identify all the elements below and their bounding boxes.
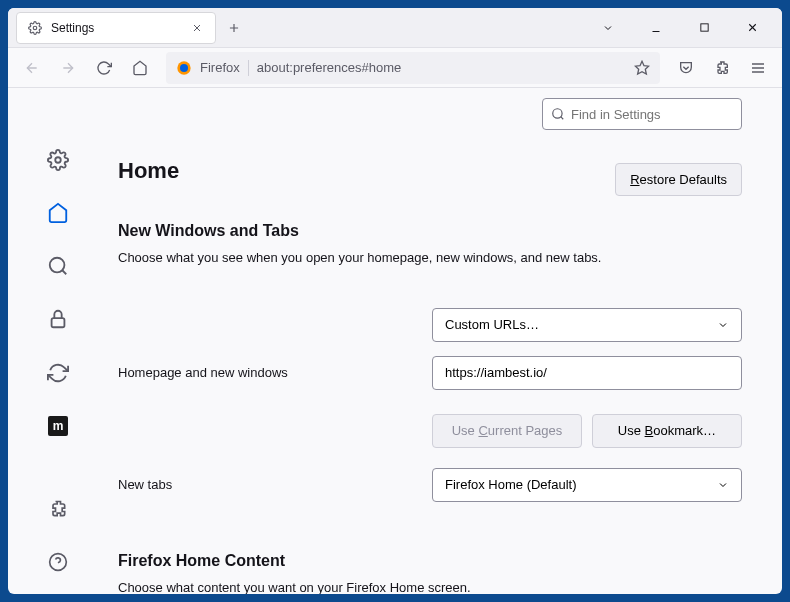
sidebar-item-home[interactable] bbox=[42, 201, 74, 224]
use-current-pages-button: Use Current Pages bbox=[432, 414, 582, 448]
svg-point-18 bbox=[50, 258, 65, 273]
svg-point-12 bbox=[180, 64, 188, 72]
mdn-icon: m bbox=[48, 416, 68, 436]
new-tab-button[interactable] bbox=[220, 14, 248, 42]
sidebar-item-extensions[interactable] bbox=[42, 498, 74, 521]
toolbar: Firefox about:preferences#home bbox=[8, 48, 782, 88]
use-bookmark-button[interactable]: Use Bookmark… bbox=[592, 414, 742, 448]
section-new-windows-desc: Choose what you see when you open your h… bbox=[118, 248, 742, 268]
forward-button[interactable] bbox=[52, 52, 84, 84]
section-firefox-home-title: Firefox Home Content bbox=[118, 552, 742, 570]
svg-point-23 bbox=[553, 109, 562, 118]
section-new-windows-title: New Windows and Tabs bbox=[118, 222, 742, 240]
maximize-button[interactable] bbox=[690, 14, 718, 42]
search-input[interactable] bbox=[571, 107, 739, 122]
homepage-mode-dropdown[interactable]: Custom URLs… bbox=[432, 308, 742, 342]
main-content: Home Restore Defaults New Windows and Ta… bbox=[108, 88, 782, 594]
firefox-icon bbox=[176, 60, 192, 76]
newtabs-label: New tabs bbox=[118, 477, 432, 492]
separator bbox=[248, 60, 249, 76]
close-icon[interactable] bbox=[189, 20, 205, 36]
window-controls bbox=[582, 14, 778, 42]
svg-line-24 bbox=[561, 117, 564, 120]
url-bar[interactable]: Firefox about:preferences#home bbox=[166, 52, 660, 84]
browser-tab[interactable]: Settings bbox=[16, 12, 216, 44]
close-window-button[interactable] bbox=[738, 14, 766, 42]
sidebar-item-help[interactable] bbox=[42, 551, 74, 574]
svg-rect-6 bbox=[700, 24, 707, 31]
extensions-button[interactable] bbox=[706, 52, 738, 84]
homepage-url-input[interactable] bbox=[432, 356, 742, 390]
section-firefox-home-desc: Choose what content you want on your Fir… bbox=[118, 578, 742, 595]
sidebar-item-search[interactable] bbox=[42, 255, 74, 278]
homepage-label: Homepage and new windows bbox=[118, 365, 432, 380]
sidebar-item-privacy[interactable] bbox=[42, 308, 74, 331]
urlbar-identity: Firefox bbox=[200, 60, 240, 75]
menu-button[interactable] bbox=[742, 52, 774, 84]
titlebar: Settings bbox=[8, 8, 782, 48]
svg-marker-13 bbox=[635, 61, 648, 74]
newtabs-dropdown[interactable]: Firefox Home (Default) bbox=[432, 468, 742, 502]
search-settings[interactable] bbox=[542, 98, 742, 130]
dropdown-value: Firefox Home (Default) bbox=[445, 477, 576, 492]
sidebar-item-mdn[interactable]: m bbox=[42, 414, 74, 437]
chevron-down-icon bbox=[717, 479, 729, 491]
back-button[interactable] bbox=[16, 52, 48, 84]
search-icon bbox=[551, 107, 565, 121]
gear-icon bbox=[27, 20, 43, 36]
minimize-button[interactable] bbox=[642, 14, 670, 42]
home-button[interactable] bbox=[124, 52, 156, 84]
sidebar-item-sync[interactable] bbox=[42, 361, 74, 384]
urlbar-url: about:preferences#home bbox=[257, 60, 626, 75]
chevron-down-icon[interactable] bbox=[594, 14, 622, 42]
restore-defaults-button[interactable]: Restore Defaults bbox=[615, 163, 742, 196]
sidebar: m bbox=[8, 88, 108, 594]
chevron-down-icon bbox=[717, 319, 729, 331]
star-icon[interactable] bbox=[634, 60, 650, 76]
svg-line-19 bbox=[62, 270, 66, 274]
svg-rect-20 bbox=[52, 318, 65, 327]
svg-point-0 bbox=[33, 26, 37, 30]
reload-button[interactable] bbox=[88, 52, 120, 84]
tab-title: Settings bbox=[51, 21, 181, 35]
pocket-button[interactable] bbox=[670, 52, 702, 84]
dropdown-value: Custom URLs… bbox=[445, 317, 539, 332]
sidebar-item-general[interactable] bbox=[42, 148, 74, 171]
svg-point-17 bbox=[55, 157, 61, 163]
